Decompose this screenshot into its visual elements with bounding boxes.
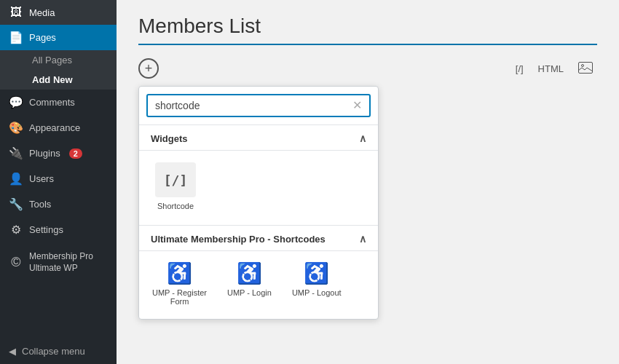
tools-icon: 🔧 <box>9 197 23 211</box>
shortcode-block-icon: [/] <box>155 162 196 197</box>
popup-scroll[interactable]: Widgets ∧ [/] Shortcode Ultimate Members… <box>139 124 378 319</box>
sidebar-item-label: Appearance <box>29 122 80 133</box>
sidebar-item-membership[interactable]: © Membership ProUltimate WP <box>0 245 117 280</box>
ump-login-block[interactable]: ♿ UMP - Login <box>223 257 276 310</box>
widgets-blocks-grid: [/] Shortcode <box>139 151 378 225</box>
add-block-button[interactable]: + <box>138 58 159 79</box>
sidebar-item-plugins[interactable]: 🔌 Plugins 2 <box>0 141 117 166</box>
ump-register-block[interactable]: ♿ UMP - RegisterForm <box>148 257 211 310</box>
appearance-icon: 🎨 <box>9 121 23 135</box>
collapse-menu-button[interactable]: ◀ Collapse menu <box>0 339 117 364</box>
image-toolbar-button[interactable] <box>574 59 597 79</box>
page-title: Members List <box>138 15 597 38</box>
sidebar-item-pages[interactable]: 📄 Pages <box>0 25 117 50</box>
collapse-icon: ◀ <box>9 346 16 357</box>
content-area: ✕ Widgets ∧ [/] Shortcode <box>138 86 597 320</box>
sidebar-item-comments[interactable]: 💬 Comments <box>0 90 117 115</box>
toolbar-right: [/] HTML <box>511 59 597 79</box>
ump-login-icon: ♿ <box>237 261 262 285</box>
html-toolbar-button[interactable]: HTML <box>534 60 568 77</box>
membership-icon: © <box>9 255 23 270</box>
add-new-link[interactable]: Add New <box>9 70 117 90</box>
ump-logout-label: UMP - Logout <box>292 288 342 297</box>
sidebar-item-label: Media <box>29 7 55 18</box>
sidebar-item-appearance[interactable]: 🎨 Appearance <box>0 115 117 141</box>
ump-register-label: UMP - RegisterForm <box>152 288 207 306</box>
sidebar-item-settings[interactable]: ⚙ Settings <box>0 217 117 242</box>
ump-section-label: Ultimate Membership Pro - Shortcodes <box>151 234 326 245</box>
widgets-section-header: Widgets ∧ <box>139 125 378 150</box>
users-icon: 👤 <box>9 172 23 186</box>
editor-toolbar: + [/] HTML <box>138 58 597 79</box>
search-bar: ✕ <box>146 94 371 117</box>
widgets-chevron-icon[interactable]: ∧ <box>359 132 366 144</box>
sidebar-item-tools[interactable]: 🔧 Tools <box>0 191 117 217</box>
collapse-label: Collapse menu <box>22 346 85 357</box>
svg-rect-0 <box>579 62 593 73</box>
ump-logout-block[interactable]: ♿ UMP - Logout <box>288 257 346 310</box>
sidebar-item-label: Plugins <box>29 148 60 159</box>
block-inserter-popup: ✕ Widgets ∧ [/] Shortcode <box>138 86 379 320</box>
ump-login-label: UMP - Login <box>227 288 272 297</box>
pages-submenu: All Pages Add New <box>0 50 117 90</box>
settings-icon: ⚙ <box>9 223 23 237</box>
main-content: Members List + [/] HTML ✕ <box>117 0 619 364</box>
comments-icon: 💬 <box>9 95 23 109</box>
clear-search-button[interactable]: ✕ <box>352 100 362 111</box>
sidebar-item-label: Pages <box>29 32 56 43</box>
plus-icon: + <box>145 61 153 76</box>
sidebar-item-label: Membership ProUltimate WP <box>29 251 93 274</box>
plugins-icon: 🔌 <box>9 146 23 160</box>
shortcode-toolbar-button[interactable]: [/] <box>511 60 528 77</box>
sidebar-item-label: Settings <box>29 224 63 235</box>
ump-chevron-icon[interactable]: ∧ <box>359 233 366 245</box>
ump-register-icon: ♿ <box>167 261 192 285</box>
all-pages-link[interactable]: All Pages <box>9 50 117 70</box>
title-divider <box>138 44 597 45</box>
ump-blocks-grid: ♿ UMP - RegisterForm ♿ UMP - Login ♿ UMP… <box>139 251 378 319</box>
ump-logout-icon: ♿ <box>304 261 329 285</box>
block-item-shortcode[interactable]: [/] Shortcode <box>148 157 203 216</box>
pages-icon: 📄 <box>9 31 23 44</box>
svg-point-1 <box>582 64 584 66</box>
widgets-section-label: Widgets <box>151 133 187 144</box>
ump-section-header: Ultimate Membership Pro - Shortcodes ∧ <box>139 226 378 250</box>
sidebar-item-label: Comments <box>29 97 75 108</box>
search-input[interactable] <box>155 100 348 111</box>
shortcode-block-label: Shortcode <box>157 202 194 210</box>
sidebar: 🖼 Media 📄 Pages All Pages Add New 💬 Comm… <box>0 0 117 364</box>
sidebar-item-label: Users <box>29 173 54 184</box>
media-icon: 🖼 <box>9 6 23 19</box>
plugins-badge: 2 <box>69 149 82 159</box>
sidebar-item-media[interactable]: 🖼 Media <box>0 0 117 25</box>
sidebar-item-label: Tools <box>29 199 51 210</box>
sidebar-item-users[interactable]: 👤 Users <box>0 166 117 191</box>
